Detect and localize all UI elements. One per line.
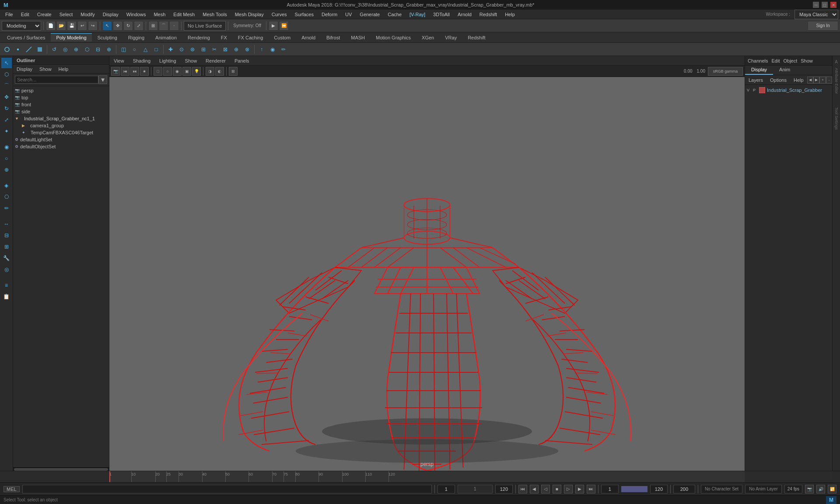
tab-redshift[interactable]: Redshift: [462, 33, 490, 42]
vp-wireframe-btn[interactable]: □: [154, 67, 162, 76]
help-btn[interactable]: Help: [790, 77, 807, 84]
outliner-item-persp[interactable]: 📷 persp: [13, 87, 109, 94]
menu-display[interactable]: Display: [99, 11, 122, 18]
layer-name[interactable]: Industrial_Scrap_Grabber: [767, 88, 830, 93]
workspace-select[interactable]: Maya Classic: [794, 10, 838, 19]
target-weld-btn[interactable]: ⊛: [187, 44, 198, 55]
snap-point-btn[interactable]: ·: [169, 21, 179, 31]
vp-gamma-btn[interactable]: sRGB gamma: [708, 67, 743, 76]
fill-hole-btn[interactable]: ⊙: [176, 44, 187, 55]
no-character-set-label[interactable]: No Character Set: [701, 485, 742, 494]
outliner-item-side[interactable]: 📷 side: [13, 108, 109, 115]
ik-left[interactable]: ⎔: [1, 192, 12, 202]
tab-custom[interactable]: Custom: [269, 33, 296, 42]
tab-animation[interactable]: Animation: [150, 33, 182, 42]
start-frame-input[interactable]: [438, 485, 455, 494]
menu-select[interactable]: Select: [56, 11, 77, 18]
extrude-btn[interactable]: ⊕: [71, 44, 81, 55]
vp-renderer-menu[interactable]: Renderer: [201, 57, 230, 64]
outliner-search-input[interactable]: [15, 76, 98, 84]
face-mode-btn[interactable]: [35, 44, 45, 55]
go-end-btn[interactable]: ⏭: [587, 485, 595, 494]
lasso-left[interactable]: ⌒: [1, 80, 12, 91]
outliner-item-front[interactable]: 📷 front: [13, 101, 109, 108]
viewport[interactable]: View Shading Lighting Show Renderer Pane…: [109, 56, 745, 471]
sculpt-left[interactable]: ◉: [1, 142, 12, 152]
menu-create[interactable]: Create: [34, 11, 55, 18]
anim-start-input[interactable]: [601, 485, 619, 494]
save-scene-btn[interactable]: 💾: [67, 21, 77, 31]
paint-weights-left[interactable]: ✏: [1, 203, 12, 214]
outliner-item-lightset[interactable]: ⚙ defaultLightSet: [13, 136, 109, 143]
resize-left[interactable]: ↔: [1, 219, 12, 229]
viewport-canvas[interactable]: persp: [109, 77, 745, 471]
bevel-btn[interactable]: ⬡: [82, 44, 92, 55]
loop-btn[interactable]: 🔁: [828, 485, 836, 494]
new-scene-btn[interactable]: 📄: [46, 21, 56, 31]
outliner-item-objectset[interactable]: ⚙ defaultObjectSet: [13, 143, 109, 150]
menu-arnold[interactable]: Arnold: [454, 11, 475, 18]
menu-mesh-tools[interactable]: Mesh Tools: [199, 11, 230, 18]
rotate-tool-btn[interactable]: ↻: [123, 21, 133, 31]
vp-lighting-menu[interactable]: Lighting: [155, 57, 181, 64]
menu-deform[interactable]: Deform: [318, 11, 341, 18]
vp-view-menu[interactable]: View: [109, 57, 129, 64]
menu-cache[interactable]: Cache: [384, 11, 405, 18]
outliner-item-camera-group[interactable]: ▶ camera1_group: [13, 122, 109, 129]
vp-next-frame[interactable]: ⏭: [130, 67, 139, 76]
snap-curve-btn[interactable]: ⌒: [159, 21, 168, 31]
tab-xgen[interactable]: XGen: [416, 33, 439, 42]
tab-bifrost[interactable]: Bifrost: [321, 33, 345, 42]
undo-btn[interactable]: ↩: [77, 21, 87, 31]
vp-shadows-btn[interactable]: ◑: [206, 67, 214, 76]
select-tool-left[interactable]: ↖: [1, 58, 12, 68]
ring-select-btn[interactable]: ◎: [60, 44, 70, 55]
play-btn[interactable]: ▷: [564, 485, 573, 494]
combine-btn[interactable]: ⊕: [231, 44, 242, 55]
scale-left[interactable]: ⤢: [1, 115, 12, 125]
joint-left[interactable]: ◈: [1, 180, 12, 191]
layers-btn[interactable]: Layers: [745, 77, 766, 84]
vp-ao-btn[interactable]: ◐: [215, 67, 224, 76]
audio-btn[interactable]: 🔊: [816, 485, 825, 494]
sign-in-btn[interactable]: Sign In: [808, 21, 838, 31]
menu-curves[interactable]: Curves: [268, 11, 290, 18]
tab-rigging[interactable]: Rigging: [123, 33, 150, 42]
vp-panels-menu[interactable]: Panels: [230, 57, 254, 64]
camera-settings-btn[interactable]: 📷: [805, 485, 814, 494]
menu-uv[interactable]: UV: [342, 11, 355, 18]
outliner-left[interactable]: ≡: [1, 280, 12, 290]
menu-3dtoall[interactable]: 3DToAll: [430, 11, 453, 18]
select-tool-btn[interactable]: ↖: [102, 21, 112, 31]
range-end-input[interactable]: [673, 485, 695, 494]
merge-btn[interactable]: ⊕: [104, 44, 114, 55]
outliner-show-menu[interactable]: Show: [36, 66, 55, 73]
render-btn[interactable]: ▶: [269, 21, 278, 31]
minimize-btn[interactable]: ─: [813, 2, 819, 8]
show-manip-left[interactable]: ⊕: [1, 164, 12, 175]
scale-tool-btn[interactable]: ⤢: [134, 21, 144, 31]
smooth-btn[interactable]: ○: [129, 44, 140, 55]
subdivide-btn[interactable]: ◫: [118, 44, 129, 55]
menu-modify[interactable]: Modify: [77, 11, 98, 18]
menu-mesh[interactable]: Mesh: [150, 11, 169, 18]
no-live-surface-btn[interactable]: No Live Surface: [184, 21, 226, 31]
paint-sel-left[interactable]: ⬡: [1, 69, 12, 80]
vp-shaded-btn[interactable]: ◉: [173, 67, 182, 76]
triangulate-btn[interactable]: △: [140, 44, 150, 55]
menu-surfaces[interactable]: Surfaces: [291, 11, 317, 18]
menu-edit-mesh[interactable]: Edit Mesh: [170, 11, 198, 18]
universal-left[interactable]: ✦: [1, 126, 12, 136]
tab-sculpting[interactable]: Sculpting: [92, 33, 122, 42]
soft-select-btn[interactable]: ◉: [267, 44, 278, 55]
rotate-left[interactable]: ↻: [1, 103, 12, 114]
move-tool-btn[interactable]: ✥: [113, 21, 122, 31]
vp-prev-frame[interactable]: ⏮: [121, 67, 130, 76]
tab-anim[interactable]: Anim: [773, 66, 796, 75]
vp-smooth-btn[interactable]: ○: [163, 67, 172, 76]
bridge-btn[interactable]: ⊟: [93, 44, 103, 55]
tab-fx[interactable]: FX: [216, 33, 232, 42]
options-btn[interactable]: Options: [766, 77, 790, 84]
anim-end-input[interactable]: [650, 485, 668, 494]
tab-curves-surfaces[interactable]: Curves / Surfaces: [2, 33, 50, 42]
